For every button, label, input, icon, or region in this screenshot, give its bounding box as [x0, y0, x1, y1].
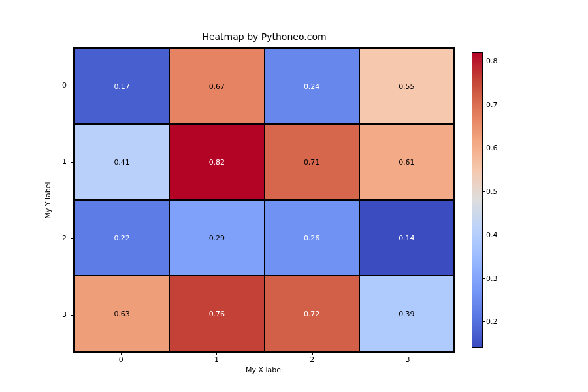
y-axis-label: My Y label [43, 47, 52, 353]
x-tick-labels: 0123 [73, 355, 455, 364]
x-tick: 2 [265, 355, 360, 364]
x-tick: 3 [360, 355, 455, 364]
heatmap-cell: 0.41 [74, 124, 169, 200]
heatmap-cell: 0.14 [359, 200, 454, 276]
heatmap-cell: 0.71 [265, 124, 359, 200]
heatmap-cell: 0.17 [74, 48, 169, 124]
y-tick-labels: 0123 [52, 47, 71, 353]
heatmap-cell: 0.61 [359, 124, 454, 200]
heatmap-cell: 0.76 [169, 276, 264, 351]
heatmap-cell: 0.67 [169, 48, 264, 124]
colorbar-tick: 0.6 [486, 144, 498, 152]
heatmap-plot-area: 0.170.670.240.550.410.820.710.610.220.29… [73, 47, 455, 353]
y-tick: 2 [52, 200, 71, 276]
colorbar-tick: 0.2 [486, 318, 498, 326]
heatmap-cell: 0.82 [169, 124, 264, 200]
colorbar-tick: 0.5 [486, 187, 498, 195]
x-tick: 1 [169, 355, 264, 364]
colorbar-tick: 0.3 [486, 274, 498, 282]
y-tick: 1 [52, 123, 71, 200]
colorbar-tick-labels: 0.20.30.40.50.60.70.8 [486, 52, 512, 348]
heatmap-cell: 0.29 [169, 200, 264, 276]
x-tick: 0 [73, 355, 169, 364]
heatmap-cell: 0.26 [265, 200, 359, 276]
x-axis-label: My X label [73, 366, 455, 374]
colorbar-tick: 0.4 [486, 231, 498, 239]
chart-title: Heatmap by Pythoneo.com [73, 31, 455, 42]
heatmap-cell: 0.55 [359, 48, 454, 124]
heatmap-cell: 0.24 [265, 48, 359, 124]
heatmap-cell: 0.72 [265, 276, 359, 351]
heatmap-cell: 0.63 [74, 276, 169, 351]
colorbar-tick: 0.8 [486, 57, 498, 65]
heatmap-cell: 0.22 [74, 200, 169, 276]
heatmap-grid: 0.170.670.240.550.410.820.710.610.220.29… [73, 47, 455, 353]
y-tick: 0 [52, 47, 71, 123]
y-tick: 3 [52, 276, 71, 353]
heatmap-cell: 0.39 [359, 276, 454, 351]
colorbar [472, 52, 483, 348]
colorbar-tick: 0.7 [486, 100, 498, 108]
